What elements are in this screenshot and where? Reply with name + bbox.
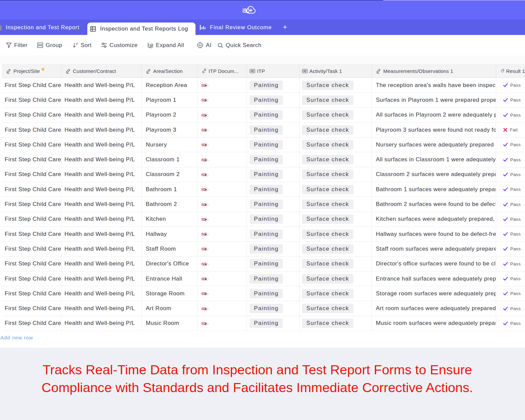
svg-text:AI: AI: [199, 44, 201, 46]
